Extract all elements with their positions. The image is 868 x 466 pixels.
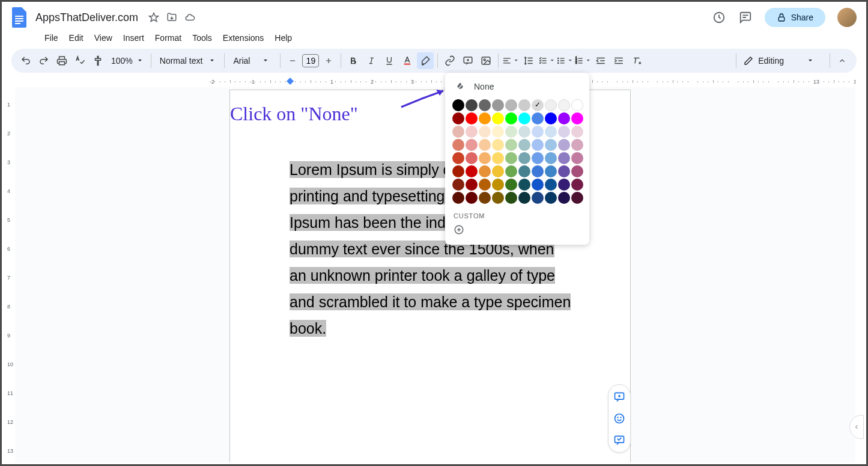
color-swatch[interactable] (505, 179, 517, 191)
color-swatch[interactable] (545, 165, 557, 177)
undo-button[interactable] (17, 52, 34, 69)
font-size-input[interactable] (302, 54, 319, 67)
color-swatch[interactable] (518, 139, 530, 151)
color-swatch[interactable] (532, 112, 544, 124)
checklist-button[interactable] (538, 52, 555, 69)
color-swatch[interactable] (452, 112, 464, 124)
color-swatch[interactable] (532, 99, 544, 111)
color-swatch[interactable] (479, 112, 491, 124)
color-swatch[interactable] (571, 139, 583, 151)
menu-tools[interactable]: Tools (188, 31, 216, 45)
zoom-dropdown[interactable]: 100% (108, 56, 147, 66)
color-swatch[interactable] (545, 139, 557, 151)
color-swatch[interactable] (479, 179, 491, 191)
color-swatch[interactable] (452, 99, 464, 111)
comments-icon[interactable] (738, 10, 753, 25)
color-swatch[interactable] (532, 179, 544, 191)
color-swatch[interactable] (505, 165, 517, 177)
color-swatch[interactable] (466, 112, 478, 124)
color-swatch[interactable] (558, 112, 570, 124)
menu-help[interactable]: Help (270, 31, 296, 45)
color-swatch[interactable] (558, 99, 570, 111)
share-button[interactable]: Share (765, 8, 825, 27)
redo-button[interactable] (35, 52, 52, 69)
suggest-edits-button[interactable] (612, 433, 627, 447)
color-swatch[interactable] (466, 152, 478, 164)
menu-edit[interactable]: Edit (65, 31, 88, 45)
color-swatch[interactable] (532, 152, 544, 164)
color-swatch[interactable] (452, 165, 464, 177)
color-swatch[interactable] (492, 192, 504, 204)
color-swatch[interactable] (479, 165, 491, 177)
emoji-reaction-button[interactable] (612, 411, 627, 426)
color-swatch[interactable] (558, 139, 570, 151)
star-icon[interactable] (148, 11, 160, 23)
color-swatch[interactable] (466, 165, 478, 177)
color-swatch[interactable] (492, 139, 504, 151)
color-swatch[interactable] (532, 126, 544, 138)
menu-insert[interactable]: Insert (119, 31, 148, 45)
color-swatch[interactable] (452, 192, 464, 204)
color-swatch[interactable] (571, 112, 583, 124)
color-swatch[interactable] (571, 192, 583, 204)
color-swatch[interactable] (558, 126, 570, 138)
insert-comment-button[interactable] (460, 52, 476, 69)
collapse-toolbar-button[interactable] (834, 52, 851, 69)
bold-button[interactable] (345, 52, 362, 69)
add-custom-color-button[interactable] (445, 222, 589, 238)
color-swatch[interactable] (479, 139, 491, 151)
color-swatch[interactable] (479, 99, 491, 111)
color-swatch[interactable] (518, 179, 530, 191)
history-icon[interactable] (712, 10, 726, 25)
vertical-ruler[interactable]: 12345678910111213 (5, 87, 15, 462)
color-swatch[interactable] (518, 99, 530, 111)
document-title[interactable]: AppsThatDeliver.com (35, 11, 138, 24)
insert-link-button[interactable] (442, 52, 458, 69)
color-swatch[interactable] (505, 99, 517, 111)
numbered-list-button[interactable]: 123 (574, 52, 591, 69)
text-color-button[interactable] (399, 52, 416, 69)
color-swatch[interactable] (452, 126, 464, 138)
color-swatch[interactable] (466, 126, 478, 138)
menu-format[interactable]: Format (151, 31, 186, 45)
color-swatch[interactable] (571, 179, 583, 191)
color-swatch[interactable] (505, 192, 517, 204)
font-dropdown[interactable]: Arial (228, 56, 276, 66)
menu-extensions[interactable]: Extensions (219, 31, 268, 45)
menu-view[interactable]: View (90, 31, 117, 45)
highlight-color-button[interactable] (417, 52, 434, 69)
color-swatch[interactable] (558, 179, 570, 191)
color-swatch[interactable] (492, 179, 504, 191)
color-swatch[interactable] (466, 179, 478, 191)
color-swatch[interactable] (558, 152, 570, 164)
left-indent-marker[interactable] (287, 78, 294, 86)
color-swatch[interactable] (492, 165, 504, 177)
color-swatch[interactable] (571, 165, 583, 177)
color-swatch[interactable] (518, 192, 530, 204)
color-swatch[interactable] (532, 192, 544, 204)
color-swatch[interactable] (492, 99, 504, 111)
move-icon[interactable] (166, 11, 178, 23)
bulleted-list-button[interactable] (556, 52, 573, 69)
color-swatch[interactable] (452, 139, 464, 151)
color-swatch[interactable] (505, 112, 517, 124)
color-swatch[interactable] (558, 192, 570, 204)
color-swatch[interactable] (532, 139, 544, 151)
editing-mode-dropdown[interactable]: Editing (740, 56, 826, 66)
print-button[interactable] (53, 52, 70, 69)
insert-image-button[interactable] (478, 52, 494, 69)
color-swatch[interactable] (466, 139, 478, 151)
color-swatch[interactable] (571, 99, 583, 111)
color-swatch[interactable] (466, 99, 478, 111)
clear-formatting-button[interactable] (628, 52, 645, 69)
color-swatch[interactable] (571, 152, 583, 164)
color-swatch[interactable] (479, 152, 491, 164)
paragraph-style-dropdown[interactable]: Normal text (155, 56, 221, 66)
color-swatch[interactable] (545, 112, 557, 124)
docs-logo[interactable] (9, 7, 31, 28)
italic-button[interactable] (363, 52, 380, 69)
color-swatch[interactable] (479, 126, 491, 138)
decrease-indent-button[interactable] (592, 52, 609, 69)
color-swatch[interactable] (518, 112, 530, 124)
color-swatch[interactable] (505, 126, 517, 138)
